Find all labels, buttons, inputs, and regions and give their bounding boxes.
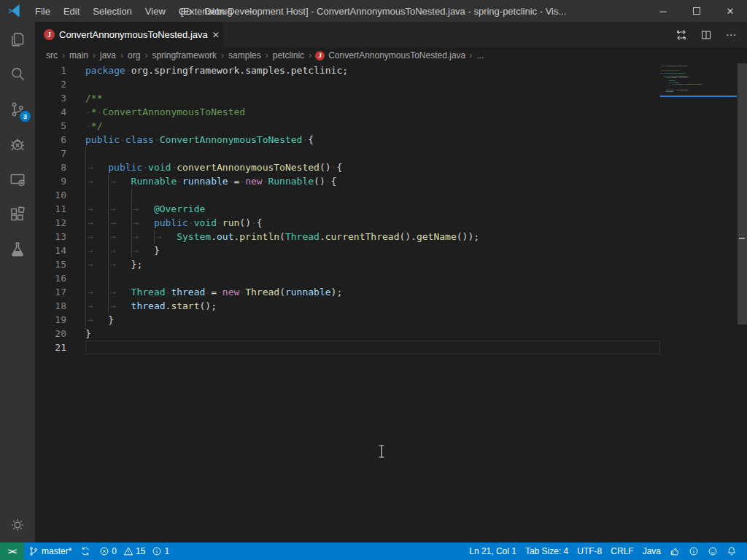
git-branch-item[interactable]: master* — [24, 542, 76, 560]
activitybar-item-test-explorer[interactable] — [0, 232, 35, 267]
code-line[interactable]: 21 — [35, 341, 660, 354]
open-changes-button[interactable] — [673, 26, 690, 44]
remote-indicator[interactable]: >< — [0, 542, 24, 560]
sync-changes-button[interactable] — [76, 542, 95, 560]
line-number[interactable]: 17 — [35, 285, 85, 299]
code-line[interactable]: 18→→thread.start(); — [35, 299, 660, 313]
java-file-icon: J — [44, 29, 55, 40]
branch-icon — [28, 546, 39, 556]
problems-indicator[interactable]: 0 15 1 — [95, 542, 178, 560]
minimize-button[interactable]: ─ — [646, 0, 680, 22]
line-number[interactable]: 21 — [35, 341, 85, 354]
editor-tab[interactable]: J ConvertAnnonymousToNested.java ✕ — [35, 22, 223, 47]
line-number[interactable]: 4 — [35, 105, 85, 119]
menu-file[interactable]: File — [28, 0, 57, 22]
tweet-feedback-button[interactable] — [703, 542, 722, 560]
code-line[interactable]: 7 — [35, 147, 660, 160]
eol-item[interactable]: CRLF — [606, 542, 638, 560]
code-line[interactable]: 1package·org.springframework.samples.pet… — [35, 63, 660, 77]
breadcrumb-item-java[interactable]: java — [99, 50, 117, 61]
line-number[interactable]: 2 — [35, 77, 85, 91]
line-number[interactable]: 13 — [35, 230, 85, 244]
code-line[interactable]: 11→→→@Override — [35, 202, 660, 216]
vertical-scrollbar[interactable] — [737, 63, 747, 542]
code-line[interactable]: 4·*·ConvertAnnonymousToNested — [35, 105, 660, 119]
line-number[interactable]: 15 — [35, 257, 85, 271]
breadcrumb-separator: › — [58, 50, 69, 61]
line-number[interactable]: 12 — [35, 216, 85, 230]
code-line[interactable]: 9→→Runnable·runnable·=·new·Runnable()·{ — [35, 174, 660, 188]
tab-close-button[interactable]: ✕ — [212, 28, 220, 42]
code-line[interactable]: 17→→Thread·thread·=·new·Thread(runnable)… — [35, 285, 660, 299]
line-number[interactable]: 19 — [35, 313, 85, 327]
code-line[interactable]: 14→→→} — [35, 244, 660, 257]
language-mode-item[interactable]: Java — [638, 542, 665, 560]
menu-[interactable]: ⋯ — [239, 0, 261, 22]
cursor-position-item[interactable]: Ln 21, Col 1 — [465, 542, 521, 560]
breadcrumb-item-samples[interactable]: samples — [228, 50, 262, 61]
line-number[interactable]: 14 — [35, 244, 85, 257]
more-actions-button[interactable]: ⋯ — [722, 26, 740, 44]
scrollbar-thumb[interactable] — [738, 63, 747, 324]
error-icon — [99, 546, 109, 556]
line-number[interactable]: 7 — [35, 147, 85, 160]
breadcrumb-item-main[interactable]: main — [69, 50, 89, 61]
menu-debug[interactable]: Debug — [198, 0, 239, 22]
breadcrumb-item-petclinic[interactable]: petclinic — [272, 50, 305, 61]
maximize-button[interactable] — [680, 0, 713, 22]
warning-count: 15 — [136, 546, 145, 556]
split-editor-button[interactable] — [697, 26, 715, 44]
code-line[interactable]: 2 — [35, 77, 660, 91]
code-line[interactable]: 8→public·void·convertAnnonymousToNested(… — [35, 160, 660, 174]
title-bar: FileEditSelectionViewGoDebug⋯ [Extension… — [0, 0, 747, 22]
code-editor[interactable]: 1package·org.springframework.samples.pet… — [35, 63, 747, 542]
breadcrumb-item-src[interactable]: src — [45, 50, 58, 61]
breadcrumb-symbol-tail[interactable]: ... — [476, 50, 484, 61]
line-number[interactable]: 20 — [35, 327, 85, 341]
close-window-button[interactable]: ✕ — [713, 0, 747, 22]
line-number[interactable]: 18 — [35, 299, 85, 313]
menu-view[interactable]: View — [139, 0, 172, 22]
line-number[interactable]: 6 — [35, 133, 85, 147]
breadcrumb-file[interactable]: JConvertAnnonymousToNested.java — [315, 50, 465, 61]
activitybar-item-manage[interactable] — [0, 508, 35, 542]
line-number[interactable]: 16 — [35, 271, 85, 285]
activitybar-item-extensions[interactable] — [0, 197, 35, 232]
code-line[interactable]: 16 — [35, 271, 660, 285]
feedback-button[interactable] — [665, 542, 684, 560]
line-number[interactable]: 11 — [35, 202, 85, 216]
breadcrumb-item-springframework[interactable]: springframework — [151, 50, 217, 61]
code-line[interactable]: 19→} — [35, 313, 660, 327]
line-number[interactable]: 9 — [35, 174, 85, 188]
code-line[interactable]: 13→→→→System.out.println(Thread.currentT… — [35, 230, 660, 244]
code-line[interactable]: 20} — [35, 327, 660, 341]
line-number[interactable]: 10 — [35, 188, 85, 202]
menu-edit[interactable]: Edit — [57, 0, 86, 22]
tab-size-item[interactable]: Tab Size: 4 — [521, 542, 573, 560]
line-number[interactable]: 1 — [35, 63, 85, 77]
activitybar-item-remote-explorer[interactable] — [0, 162, 35, 197]
feedback-icon — [670, 546, 680, 556]
minimap[interactable]: package·org.springframework.samples.petc… — [660, 63, 737, 542]
activitybar-item-explorer[interactable] — [0, 22, 35, 57]
code-line[interactable]: 6public·class·ConvertAnnonymousToNested·… — [35, 133, 660, 147]
line-number[interactable]: 5 — [35, 119, 85, 133]
code-line[interactable]: 5·*/ — [35, 119, 660, 133]
line-number[interactable]: 8 — [35, 160, 85, 174]
line-number[interactable]: 3 — [35, 91, 85, 105]
code-line[interactable]: 10 — [35, 188, 660, 202]
activitybar-item-search[interactable] — [0, 57, 35, 92]
code-line[interactable]: 3/** — [35, 91, 660, 105]
code-line[interactable]: 15→→}; — [35, 257, 660, 271]
code-area[interactable]: 1package·org.springframework.samples.pet… — [35, 63, 660, 542]
encoding-item[interactable]: UTF-8 — [573, 542, 606, 560]
java-info-button[interactable] — [684, 542, 703, 560]
menu-selection[interactable]: Selection — [86, 0, 138, 22]
breadcrumb-item-org[interactable]: org — [127, 50, 141, 61]
activitybar-item-source-control[interactable]: 3 — [0, 92, 35, 127]
menu-go[interactable]: Go — [172, 0, 198, 22]
code-line[interactable]: 12→→→public·void·run()·{ — [35, 216, 660, 230]
notifications-button[interactable] — [722, 542, 741, 560]
explorer-icon — [8, 30, 27, 49]
activitybar-item-run-and-debug[interactable] — [0, 127, 35, 162]
